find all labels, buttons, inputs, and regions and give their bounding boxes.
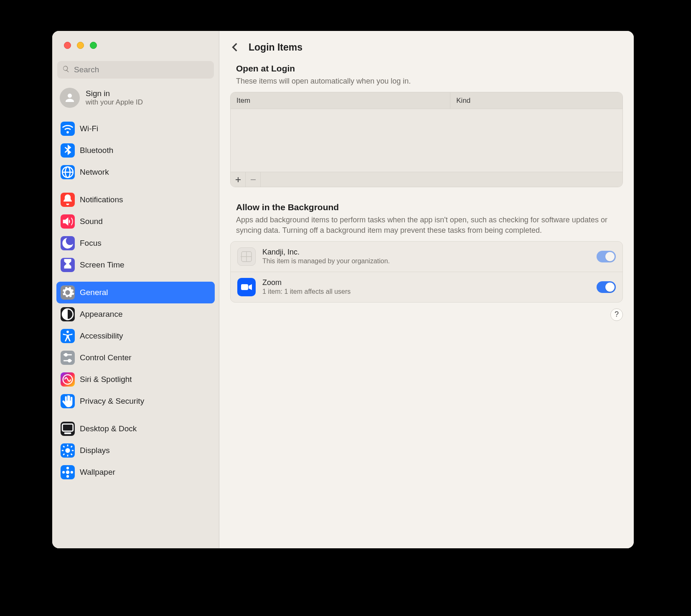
open-at-login-table: Item Kind — [230, 92, 623, 187]
background-item-toggle[interactable] — [597, 281, 616, 293]
svg-point-4 — [66, 331, 69, 333]
sidebar-item-label: Bluetooth — [80, 146, 113, 155]
plus-icon — [235, 176, 241, 183]
bell-icon — [61, 193, 75, 207]
background-items-card: Kandji, Inc.This item is managed by your… — [230, 241, 623, 303]
main-pane: Login Items Open at Login These items wi… — [219, 31, 634, 548]
svg-point-12 — [65, 448, 70, 453]
background-item-name: Zoom — [262, 278, 590, 287]
column-kind[interactable]: Kind — [450, 92, 622, 109]
background-item-row: Zoom1 item: 1 item affects all users — [231, 272, 622, 302]
sidebar-item-label: Appearance — [80, 310, 122, 319]
svg-line-19 — [63, 454, 64, 455]
sidebar-item-sound[interactable]: Sound — [56, 211, 215, 232]
sign-in-title: Sign in — [86, 89, 143, 98]
minus-icon — [250, 176, 257, 183]
sidebar-item-label: Screen Time — [80, 260, 124, 270]
allow-background-title: Allow in the Background — [230, 202, 623, 212]
sidebar-item-accessibility[interactable]: Accessibility — [56, 325, 215, 347]
sidebar-item-label: Control Center — [80, 353, 132, 362]
svg-line-17 — [63, 446, 64, 447]
toggle-knob — [605, 283, 615, 292]
sidebar-item-privacy-security[interactable]: Privacy & Security — [56, 390, 215, 412]
control-center-icon — [61, 351, 75, 365]
sidebar-item-label: General — [80, 288, 108, 297]
accessibility-icon — [61, 329, 75, 343]
moon-icon — [61, 236, 75, 250]
background-item-sub: 1 item: 1 item affects all users — [262, 288, 590, 295]
sidebar-item-label: Siri & Spotlight — [80, 375, 132, 384]
sidebar-item-focus[interactable]: Focus — [56, 232, 215, 254]
sign-in-row[interactable]: Sign in with your Apple ID — [52, 79, 219, 115]
column-item[interactable]: Item — [231, 92, 450, 109]
sidebar-item-displays[interactable]: Displays — [56, 440, 215, 461]
sound-icon — [61, 214, 75, 229]
sidebar-item-general[interactable]: General — [56, 282, 215, 303]
search-field[interactable] — [57, 61, 214, 79]
sidebar-item-siri-spotlight[interactable]: Siri & Spotlight — [56, 369, 215, 390]
sidebar-item-label: Focus — [80, 239, 102, 248]
table-footer — [231, 172, 622, 187]
sidebar-item-desktop-dock[interactable]: Desktop & Dock — [56, 418, 215, 440]
close-button[interactable] — [64, 42, 71, 49]
sidebar-item-label: Wallpaper — [80, 468, 115, 477]
svg-point-8 — [68, 359, 71, 362]
minimize-button[interactable] — [77, 42, 84, 49]
wallpaper-icon — [61, 465, 75, 479]
svg-line-18 — [71, 454, 72, 455]
sidebar-item-control-center[interactable]: Control Center — [56, 347, 215, 369]
gear-icon — [61, 285, 75, 300]
svg-point-6 — [65, 354, 67, 356]
search-icon — [62, 65, 70, 74]
background-item-name: Kandji, Inc. — [262, 248, 590, 257]
svg-rect-11 — [64, 433, 71, 434]
sidebar-item-label: Wi-Fi — [80, 124, 98, 133]
network-icon — [61, 165, 75, 179]
sidebar-item-wi-fi[interactable]: Wi-Fi — [56, 118, 215, 140]
dock-icon — [61, 422, 75, 436]
svg-line-20 — [71, 446, 72, 447]
background-item-toggle — [597, 251, 616, 262]
sidebar-item-notifications[interactable]: Notifications — [56, 189, 215, 211]
sidebar-item-label: Desktop & Dock — [80, 424, 137, 433]
sidebar: Sign in with your Apple ID Wi-FiBluetoot… — [52, 31, 219, 548]
hourglass-icon — [61, 258, 75, 272]
sidebar-item-bluetooth[interactable]: Bluetooth — [56, 140, 215, 161]
help-button[interactable]: ? — [610, 308, 623, 321]
sidebar-item-wallpaper[interactable]: Wallpaper — [56, 461, 215, 483]
sidebar-item-appearance[interactable]: Appearance — [56, 303, 215, 325]
maximize-button[interactable] — [90, 42, 97, 49]
siri-icon — [61, 372, 75, 387]
appearance-icon — [61, 307, 75, 321]
svg-point-23 — [66, 475, 69, 478]
open-at-login-title: Open at Login — [230, 64, 623, 74]
add-item-button[interactable] — [231, 172, 246, 187]
svg-point-24 — [62, 471, 65, 473]
background-item-row: Kandji, Inc.This item is managed by your… — [231, 242, 622, 272]
zoom-app-icon — [237, 278, 256, 296]
open-at-login-desc: These items will open automatically when… — [230, 74, 623, 92]
svg-rect-10 — [62, 424, 73, 431]
search-input[interactable] — [74, 65, 209, 74]
toggle-knob — [605, 252, 615, 261]
sidebar-nav: Wi-FiBluetoothNetworkNotificationsSoundF… — [52, 115, 219, 483]
sign-in-subtitle: with your Apple ID — [86, 98, 143, 107]
sidebar-item-screen-time[interactable]: Screen Time — [56, 254, 215, 276]
svg-point-22 — [66, 467, 69, 469]
back-button[interactable] — [229, 41, 241, 53]
svg-point-21 — [66, 471, 70, 474]
sidebar-item-label: Sound — [80, 217, 103, 226]
bluetooth-icon — [61, 143, 75, 158]
chevron-left-icon — [232, 43, 238, 52]
page-title: Login Items — [249, 42, 302, 53]
remove-item-button[interactable] — [246, 172, 261, 187]
sidebar-item-network[interactable]: Network — [56, 161, 215, 183]
table-body — [231, 109, 622, 172]
sidebar-item-label: Displays — [80, 446, 110, 455]
table-header: Item Kind — [231, 92, 622, 109]
window-controls — [52, 42, 219, 52]
sidebar-item-label: Notifications — [80, 195, 123, 204]
avatar — [60, 88, 80, 108]
svg-point-25 — [71, 471, 73, 473]
sidebar-item-label: Network — [80, 168, 109, 177]
